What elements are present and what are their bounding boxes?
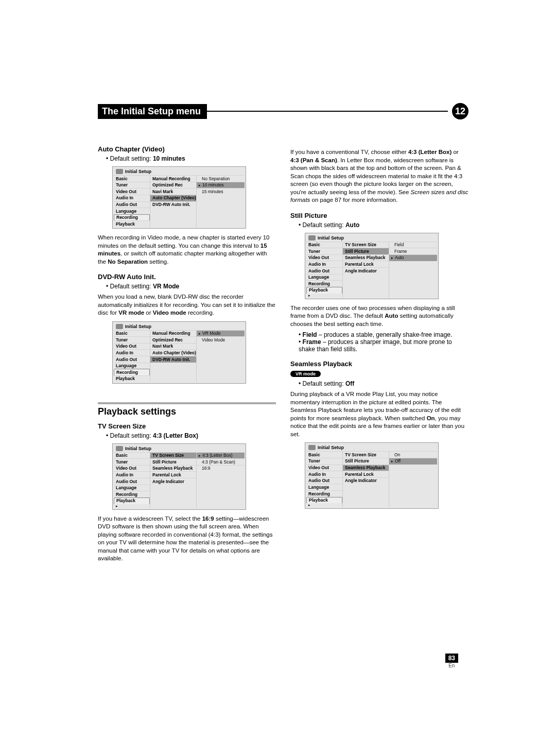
osd-category-item: Basic: [306, 242, 342, 248]
osd-still: Initial Setup BasicTunerVideo OutAudio I…: [305, 233, 439, 299]
osd-category-item: Playback: [114, 375, 150, 382]
list-item: Field – produces a stable, generally sha…: [299, 331, 468, 338]
body-text: When recording in Video mode, a new chap…: [98, 234, 276, 266]
osd-category-item: Tuner: [114, 182, 150, 188]
osd-setting-item: Seamless Playback: [343, 465, 389, 471]
osd-category-item: Video Out: [306, 465, 342, 471]
osd-setting-item: Auto Chapter (Video): [150, 195, 196, 201]
default-setting: Default setting: Auto: [299, 221, 468, 229]
osd-category-item: Video Out: [306, 254, 342, 261]
page-title: The Initial Setup menu: [98, 104, 207, 119]
osd-setting-item: Still Picture: [150, 458, 196, 465]
chevron-right-icon: ▸: [114, 504, 150, 508]
osd-settings: TV Screen SizeStill PictureSeamless Play…: [342, 451, 389, 507]
heading-still: Still Picture: [290, 212, 468, 219]
osd-setting-item: Manual Recording: [150, 175, 196, 182]
chevron-right-icon: ▸: [306, 294, 342, 298]
osd-setting-item: Angle Indicator: [343, 477, 389, 484]
osd-category-item: Audio In: [306, 471, 342, 477]
osd-option-item: On: [389, 451, 437, 458]
heading-seamless: Seamless Playback: [290, 360, 468, 368]
osd-category-item: Tuner: [306, 458, 342, 465]
heading-tvsize: TV Screen Size: [98, 422, 276, 430]
body-text: If you have a widescreen TV, select the …: [98, 515, 276, 563]
osd-category-item: Audio In: [306, 261, 342, 267]
osd-category-item: Language: [114, 208, 150, 214]
osd-category-item: Audio Out: [114, 478, 150, 485]
osd-seamless: Initial Setup BasicTunerVideo OutAudio I…: [305, 442, 439, 509]
default-setting: Default setting: VR Mode: [106, 283, 276, 290]
osd-option-item: 4:3 (Letter Box): [197, 452, 245, 459]
osd-category-item: Basic: [306, 451, 342, 458]
osd-options: FieldFrameAuto: [389, 242, 437, 298]
osd-category-item: Audio In: [114, 195, 150, 201]
osd-category-item: Video Out: [114, 188, 150, 195]
chapter-badge: 12: [452, 103, 468, 119]
heading-auto-chapter: Auto Chapter (Video): [98, 145, 276, 153]
osd-dvdrw: Initial Setup BasicTunerVideo OutAudio I…: [112, 321, 246, 384]
osd-options: No Separation10 minutes15 minutes: [196, 175, 245, 227]
osd-category-item: Tuner: [114, 458, 150, 465]
osd-category-item: Playback: [306, 497, 342, 504]
osd-category-item: Language: [306, 484, 342, 490]
osd-setting-item: Navi Mark: [150, 343, 196, 350]
page-number: 83 En: [445, 654, 458, 668]
osd-category-item: Audio In: [114, 349, 150, 356]
osd-category-item: Tuner: [306, 248, 342, 254]
osd-setting-item: Angle Indicator: [150, 478, 196, 485]
osd-setting-item: Navi Mark: [150, 188, 196, 195]
osd-setting-item: Auto Chapter (Video): [150, 349, 196, 356]
osd-setting-item: DVD-RW Auto Init.: [150, 356, 196, 363]
osd-title: Initial Setup: [114, 445, 245, 452]
body-text: The recorder uses one of two processes w…: [290, 304, 468, 329]
osd-option-item: Frame: [389, 248, 437, 254]
osd-category-item: Audio Out: [114, 201, 150, 208]
default-setting: Default setting: Off: [299, 380, 468, 387]
osd-setting-item: Optimized Rec: [150, 336, 196, 343]
osd-option-item: 16:9: [197, 465, 245, 472]
osd-setting-item: Seamless Playback: [343, 254, 389, 261]
osd-title: Initial Setup: [306, 444, 437, 451]
list-item: Frame – produces a sharper image, but mo…: [299, 338, 468, 353]
osd-settings: Manual RecordingOptimized RecNavi MarkAu…: [150, 175, 196, 227]
osd-option-item: 15 minutes: [197, 188, 245, 195]
osd-setting-item: Still Picture: [343, 458, 389, 465]
osd-setting-item: TV Screen Size: [343, 242, 389, 248]
osd-category-item: Basic: [114, 330, 150, 337]
osd-setting-item: TV Screen Size: [150, 452, 196, 459]
osd-categories: BasicTunerVideo OutAudio InAudio OutLang…: [114, 330, 150, 382]
osd-option-item: Off: [389, 458, 437, 465]
osd-category-item: Recording: [114, 491, 150, 497]
osd-categories: BasicTunerVideo OutAudio InAudio OutLang…: [114, 452, 150, 508]
osd-categories: BasicTunerVideo OutAudio InAudio OutLang…: [306, 451, 342, 507]
osd-setting-item: Manual Recording: [150, 330, 196, 337]
osd-setting-item: DVD-RW Auto Init.: [150, 201, 196, 208]
osd-settings: TV Screen SizeStill PictureSeamless Play…: [342, 242, 389, 298]
osd-category-item: Basic: [114, 452, 150, 459]
osd-option-item: Field: [389, 242, 437, 248]
osd-category-item: Video Out: [114, 343, 150, 350]
osd-category-item: Tuner: [114, 336, 150, 343]
osd-category-item: Audio In: [114, 471, 150, 478]
osd-category-item: Language: [114, 485, 150, 491]
osd-setting-item: Parental Lock: [343, 261, 389, 267]
osd-options: 4:3 (Letter Box)4:3 (Pan & Scan)16:9: [196, 452, 245, 508]
osd-option-item: VR Mode: [197, 330, 245, 337]
page-header: The Initial Setup menu 12: [98, 103, 468, 119]
osd-category-item: Recording: [114, 214, 150, 221]
osd-setting-item: Angle Indicator: [343, 267, 389, 274]
osd-option-item: Auto: [389, 254, 437, 261]
osd-setting-item: Parental Lock: [150, 471, 196, 478]
osd-category-item: Video Out: [114, 465, 150, 472]
osd-category-item: Language: [114, 363, 150, 369]
header-rule: [207, 111, 448, 112]
body-text: When you load a new, blank DVD-RW disc t…: [98, 293, 276, 317]
osd-category-item: Basic: [114, 175, 150, 182]
osd-category-item: Language: [306, 274, 342, 281]
heading-playback-settings: Playback settings: [98, 402, 276, 417]
osd-settings: Manual RecordingOptimized RecNavi MarkAu…: [150, 330, 196, 382]
osd-option-item: 4:3 (Pan & Scan): [197, 458, 245, 465]
left-column: Auto Chapter (Video) Default setting: 10…: [98, 145, 276, 566]
osd-option-item: Video Mode: [197, 336, 245, 343]
osd-tvsize: Initial Setup BasicTunerVideo OutAudio I…: [112, 443, 246, 510]
